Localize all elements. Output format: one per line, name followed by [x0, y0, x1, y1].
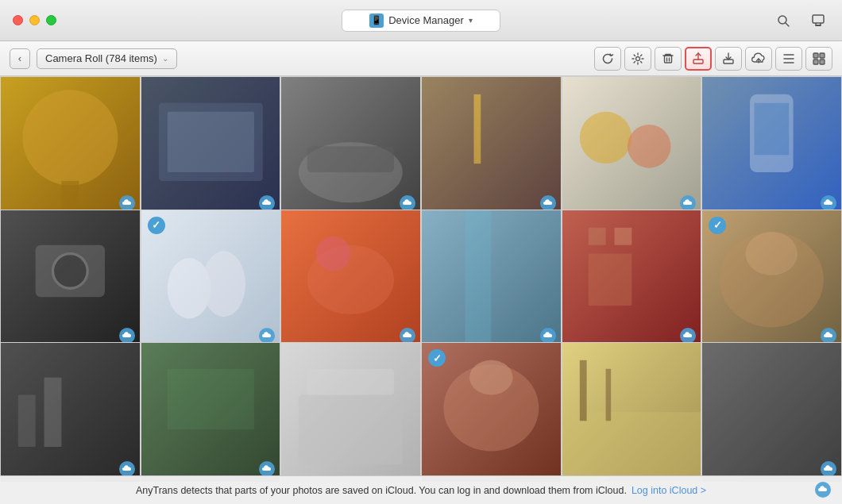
photo-cell[interactable]: ✓ — [701, 210, 842, 350]
cloud-icon — [262, 332, 272, 340]
photo-cell[interactable] — [562, 342, 702, 483]
svg-rect-41 — [465, 210, 492, 349]
svg-line-1 — [786, 23, 789, 26]
title-bar: 📱 Device Manager ▾ — [0, 0, 842, 41]
import-icon — [722, 52, 735, 65]
toolbar: ‹ Camera Roll (784 items) ⌄ — [0, 41, 842, 76]
svg-rect-10 — [693, 60, 703, 63]
svg-rect-28 — [422, 77, 561, 216]
svg-rect-21 — [820, 60, 825, 64]
photo-cell[interactable] — [421, 76, 562, 217]
cloud-badge — [119, 195, 135, 211]
check-badge: ✓ — [148, 217, 165, 234]
back-button[interactable]: ‹ — [10, 48, 30, 69]
photo-cell[interactable] — [280, 342, 421, 483]
cloud-icon — [122, 199, 132, 207]
photo-art — [702, 343, 841, 482]
toolbar-actions — [594, 47, 832, 71]
photo-cell[interactable] — [141, 76, 281, 217]
svg-point-31 — [628, 125, 671, 168]
cloud-icon — [824, 199, 833, 207]
svg-rect-3 — [815, 25, 821, 26]
cloud-icon — [543, 199, 553, 207]
svg-rect-48 — [44, 378, 62, 447]
cloud-icon — [543, 332, 553, 340]
photo-cell[interactable] — [562, 210, 702, 350]
cloud-badge — [540, 195, 556, 211]
import-button[interactable] — [715, 47, 742, 71]
folder-dropdown[interactable]: Camera Roll (784 items) ⌄ — [37, 48, 177, 69]
photo-cell[interactable] — [0, 76, 141, 217]
minimize-button[interactable] — [29, 15, 40, 25]
maximize-button[interactable] — [46, 15, 56, 25]
export-icon — [692, 52, 705, 65]
device-manager-button[interactable] — [807, 10, 829, 32]
photo-art — [562, 210, 701, 349]
cloud-icon — [122, 465, 132, 473]
delete-button[interactable] — [655, 47, 682, 71]
cloud-upload-button[interactable] — [745, 47, 772, 71]
photo-cell[interactable] — [280, 210, 421, 350]
delete-icon — [662, 52, 674, 65]
svg-point-37 — [202, 251, 245, 317]
photo-cell[interactable] — [701, 342, 842, 483]
cloud-badge — [119, 461, 135, 477]
photo-art — [1, 343, 140, 482]
photo-cell[interactable] — [701, 76, 842, 217]
cloud-badge — [821, 461, 836, 477]
settings-button[interactable] — [624, 47, 651, 71]
refresh-button[interactable] — [594, 47, 621, 71]
photo-art — [141, 343, 280, 482]
photo-cell[interactable] — [562, 76, 702, 217]
search-icon — [777, 14, 790, 27]
back-icon: ‹ — [18, 52, 21, 64]
photo-cell[interactable] — [280, 76, 421, 217]
grid-view-button[interactable] — [805, 47, 832, 71]
svg-point-6 — [636, 56, 640, 60]
svg-rect-19 — [820, 53, 825, 58]
icloud-login-link[interactable]: Log into iCloud > — [632, 485, 706, 496]
photo-art — [281, 77, 420, 216]
refresh-icon — [601, 52, 614, 65]
photo-art — [562, 77, 701, 216]
list-view-button[interactable] — [775, 47, 802, 71]
photo-cell[interactable] — [0, 210, 141, 350]
search-button[interactable] — [772, 10, 794, 32]
photo-cell[interactable] — [141, 342, 281, 483]
cloud-icon — [824, 332, 833, 340]
cloud-icon — [683, 199, 693, 207]
svg-rect-51 — [299, 395, 403, 464]
check-badge: ✓ — [709, 217, 726, 234]
export-button[interactable] — [685, 47, 712, 71]
svg-rect-42 — [588, 227, 605, 244]
photo-cell[interactable]: ✓ — [421, 342, 562, 483]
svg-rect-2 — [813, 15, 824, 23]
photo-cell[interactable] — [421, 210, 562, 350]
title-right-actions — [772, 10, 829, 32]
notification-bar: AnyTrans detects that parts of your phot… — [0, 475, 842, 504]
svg-rect-25 — [167, 112, 253, 172]
photo-cell[interactable] — [0, 342, 141, 483]
svg-rect-29 — [473, 94, 481, 164]
photo-art — [141, 77, 280, 216]
title-chevron-icon: ▾ — [469, 16, 473, 25]
cloud-icon — [403, 332, 412, 340]
notification-cloud-icon — [815, 482, 831, 498]
close-button[interactable] — [13, 15, 23, 25]
settings-icon — [632, 52, 644, 65]
svg-point-39 — [316, 236, 351, 271]
svg-rect-52 — [307, 369, 394, 395]
svg-rect-7 — [665, 56, 672, 63]
notification-text: AnyTrans detects that parts of your phot… — [136, 485, 627, 496]
photo-art — [281, 343, 420, 482]
app-title-bar[interactable]: 📱 Device Manager ▾ — [342, 10, 500, 32]
photo-art — [562, 343, 701, 482]
cloud-badge — [540, 328, 556, 344]
folder-chevron-icon: ⌄ — [162, 54, 168, 63]
cloud-icon — [262, 465, 272, 473]
cloud-icon — [122, 332, 132, 340]
list-view-icon — [782, 53, 795, 64]
svg-rect-50 — [167, 369, 253, 429]
cloud-icon — [818, 486, 828, 494]
photo-cell[interactable]: ✓ — [141, 210, 281, 350]
